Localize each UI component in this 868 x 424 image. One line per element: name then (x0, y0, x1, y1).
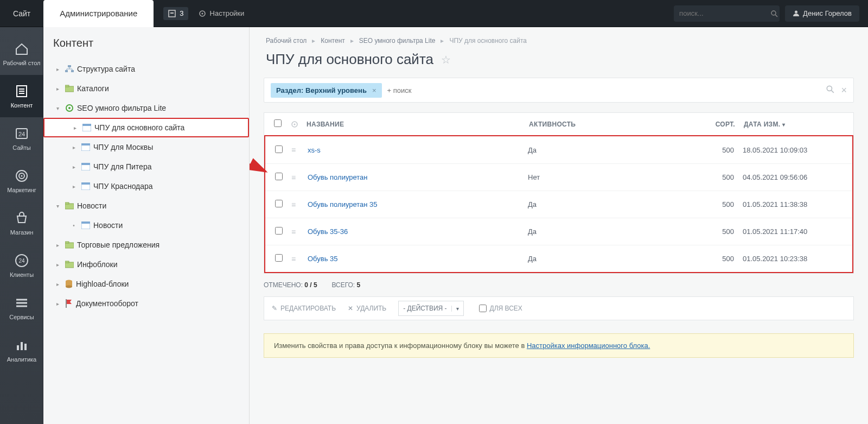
tree-item[interactable]: ▸Документооборот (43, 294, 249, 313)
search-box[interactable] (674, 5, 780, 22)
col-name[interactable]: НАЗВАНИЕ (307, 121, 529, 128)
flag-icon (65, 299, 73, 308)
svg-rect-37 (65, 202, 69, 204)
search-input[interactable] (679, 9, 770, 17)
user-menu[interactable]: Денис Горелов (785, 5, 859, 22)
search-icon[interactable] (770, 10, 778, 17)
tree-item[interactable]: ▸ЧПУ для Питера (43, 157, 249, 176)
tree-item[interactable]: ▸Инфоблоки (43, 255, 249, 274)
updates-icon (168, 9, 176, 18)
iconbar-content[interactable]: Контент (0, 75, 43, 117)
select-all-checkbox[interactable] (274, 119, 282, 127)
svg-rect-21 (68, 65, 71, 67)
drag-handle-icon[interactable]: ≡ (291, 145, 308, 154)
chevron-right-icon[interactable]: ▸ (53, 281, 62, 287)
chevron-down-icon[interactable]: ▾ (53, 203, 62, 209)
chevron-right-icon[interactable]: ▸ (69, 144, 78, 150)
table-row[interactable]: ≡Обувь 35-36Да50001.05.2021 11:17:40 (265, 218, 852, 245)
svg-rect-35 (81, 182, 90, 185)
iconbar-shop[interactable]: Магазин (0, 202, 43, 244)
pencil-icon: ✎ (272, 305, 277, 312)
svg-point-3 (201, 12, 203, 14)
tree-item[interactable]: ▸Торговые предложения (43, 235, 249, 255)
tree-item[interactable]: ▾Новости (43, 196, 249, 216)
row-checkbox[interactable] (275, 227, 283, 235)
search-icon[interactable] (826, 85, 834, 96)
tree-label: Документооборот (76, 299, 138, 308)
clear-icon[interactable]: × (841, 85, 847, 96)
row-name-link[interactable]: xs-s (308, 146, 321, 154)
site-tab[interactable]: Сайт (0, 0, 43, 27)
admin-tab[interactable]: Администрирование (43, 0, 154, 27)
iconbar-desktop[interactable]: Рабочий стол (0, 33, 43, 75)
chevron-right-icon[interactable]: ▸ (53, 66, 62, 72)
table-row[interactable]: ≡Обувь полиуретан 35Да50001.05.2021 11:3… (265, 191, 852, 218)
iconbar-clients[interactable]: 24Клиенты (0, 244, 43, 287)
tree-label: Highload-блоки (76, 280, 129, 288)
iconbar-marketing[interactable]: Маркетинг (0, 160, 43, 202)
drag-handle-icon[interactable]: ≡ (291, 173, 308, 182)
updates-badge[interactable]: 3 (163, 7, 188, 20)
breadcrumb-link[interactable]: SEO умного фильтра Lite (359, 37, 436, 45)
row-name-link[interactable]: Обувь 35-36 (308, 227, 348, 236)
svg-rect-41 (65, 242, 69, 243)
tree-item[interactable]: ▸Каталоги (43, 79, 249, 98)
chevron-right-icon[interactable]: ▸ (71, 125, 79, 131)
page-title-row: ЧПУ для основного сайта ☆ (250, 47, 868, 78)
row-checkbox[interactable] (275, 200, 283, 207)
tree-item[interactable]: ▸ЧПУ Краснодара (43, 176, 249, 196)
grid-summary: ОТМЕЧЕНО: 0 / 5 ВСЕГО: 5 (264, 281, 854, 289)
chevron-right-icon[interactable]: ▸ (53, 262, 62, 268)
tree-item[interactable]: ▸Структура сайта (43, 59, 249, 79)
iconbar-sites[interactable]: 24Сайты (0, 117, 43, 160)
chevron-right-icon[interactable]: ▸ (53, 86, 62, 92)
chevron-down-icon[interactable]: ▾ (53, 105, 62, 111)
row-checkbox[interactable] (275, 145, 283, 153)
bullet-icon: • (69, 223, 78, 229)
col-activity[interactable]: АКТИВНОСТЬ (529, 121, 681, 128)
close-icon[interactable]: × (372, 86, 376, 94)
drag-handle-icon[interactable]: ≡ (291, 227, 308, 236)
drag-handle-icon[interactable]: ≡ (291, 255, 308, 263)
seo-icon (65, 104, 74, 112)
chevron-right-icon[interactable]: ▸ (53, 242, 62, 248)
tree-item[interactable]: ▸ЧПУ для основного сайта (43, 118, 249, 137)
table-row[interactable]: ≡Обувь 35Да50001.05.2021 10:23:38 (265, 245, 852, 272)
notice-link[interactable]: Настройках информационного блока. (527, 341, 650, 350)
drag-handle-icon[interactable]: ≡ (291, 200, 308, 209)
delete-button[interactable]: ✕ УДАЛИТЬ (348, 305, 386, 312)
edit-button[interactable]: ✎ РЕДАКТИРОВАТЬ (272, 305, 336, 312)
chevron-right-icon[interactable]: ▸ (69, 164, 78, 170)
row-checkbox[interactable] (275, 254, 283, 262)
sidebar-title: Контент (43, 37, 249, 59)
favorite-icon[interactable]: ☆ (441, 53, 451, 66)
tree-item[interactable]: ▸Highload-блоки (43, 274, 249, 294)
topbar: Сайт Администрирование 3 Настройки Денис… (0, 0, 868, 27)
chevron-right-icon[interactable]: ▸ (53, 301, 62, 307)
chevron-right-icon[interactable]: ▸ (69, 183, 78, 189)
actions-select[interactable]: - ДЕЙСТВИЯ - ▾ (398, 301, 463, 316)
settings-button[interactable]: Настройки (198, 9, 245, 18)
row-checkbox[interactable] (275, 173, 283, 180)
breadcrumb-link[interactable]: Контент (321, 37, 344, 45)
table-row[interactable]: ≡xs-sДа50018.05.2021 10:09:03 (265, 136, 852, 163)
iconbar-analytics[interactable]: Аналитика (0, 329, 43, 371)
col-date[interactable]: ДАТА ИЗМ. ▾ (735, 121, 844, 128)
row-name-link[interactable]: Обувь полиуретан 35 (308, 200, 378, 208)
tree-item[interactable]: •Новости (43, 216, 249, 235)
iconbar-label: Сервисы (9, 314, 34, 320)
row-name-link[interactable]: Обувь полиуретан (308, 173, 368, 181)
tree-item[interactable]: ▾SEO умного фильтра Lite (43, 98, 249, 118)
for-all-checkbox[interactable]: ДЛЯ ВСЕХ (479, 305, 522, 312)
filter-chip[interactable]: Раздел: Верхний уровень × (271, 83, 382, 98)
iconbar-services[interactable]: Сервисы (0, 287, 43, 329)
svg-point-4 (771, 11, 776, 15)
gear-icon[interactable] (290, 120, 307, 129)
tree-item[interactable]: ▸ЧПУ для Москвы (43, 137, 249, 157)
breadcrumb-link[interactable]: Рабочий стол (266, 37, 307, 45)
filter-input[interactable] (387, 86, 821, 94)
row-sort: 500 (680, 255, 734, 263)
col-sort[interactable]: СОРТ. (681, 121, 735, 128)
row-name-link[interactable]: Обувь 35 (308, 255, 338, 263)
table-row[interactable]: ≡Обувь полиуретанНет50004.05.2021 09:56:… (265, 163, 852, 191)
